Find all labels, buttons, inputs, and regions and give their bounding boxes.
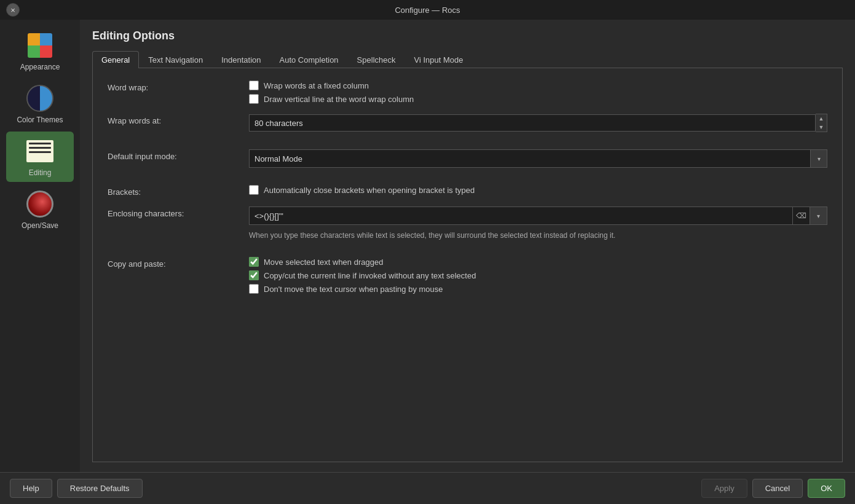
- default-input-controls: Normal Mode Vi Input Mode ▾: [249, 149, 827, 168]
- restore-defaults-button[interactable]: Restore Defaults: [57, 479, 143, 498]
- draw-vertical-checkbox-row[interactable]: Draw vertical line at the word wrap colu…: [249, 94, 827, 104]
- sidebar-item-appearance-label: Appearance: [20, 63, 60, 71]
- sidebar-item-editing-label: Editing: [29, 168, 52, 177]
- copy-paste-label: Copy and paste:: [108, 257, 237, 269]
- dont-move-cursor-row[interactable]: Don't move the text cursor when pasting …: [249, 284, 827, 294]
- titlebar: × Configure — Rocs: [0, 0, 855, 20]
- wrap-words-spinbox[interactable]: [249, 114, 816, 132]
- copy-paste-row: Copy and paste: Move selected text when …: [108, 257, 827, 294]
- close-icon: ×: [10, 6, 15, 15]
- tab-vi-input-mode[interactable]: Vi Input Mode: [404, 51, 472, 68]
- auto-close-brackets-row[interactable]: Automatically close brackets when openin…: [249, 185, 827, 195]
- content-panel: Editing Options General Text Navigation …: [80, 20, 855, 472]
- wrap-words-at-controls: ▲ ▼: [249, 114, 827, 132]
- bottom-bar: Help Restore Defaults Apply Cancel OK: [0, 472, 855, 504]
- sidebar-item-color-themes-label: Color Themes: [17, 116, 63, 124]
- enclosing-clear-button[interactable]: ⌫: [793, 207, 810, 225]
- sidebar-item-appearance[interactable]: Appearance: [6, 26, 74, 76]
- enclosing-input[interactable]: [249, 207, 793, 225]
- default-input-row: Default input mode: Normal Mode Vi Input…: [108, 149, 827, 168]
- window: × Configure — Rocs Appearance: [0, 0, 855, 504]
- default-input-select[interactable]: Normal Mode Vi Input Mode: [249, 149, 827, 168]
- default-input-select-container: Normal Mode Vi Input Mode ▾: [249, 149, 827, 168]
- window-title: Configure — Rocs: [395, 6, 460, 15]
- wrap-fixed-checkbox[interactable]: [249, 81, 259, 90]
- auto-close-brackets-checkbox[interactable]: [249, 185, 259, 195]
- enclosing-row: Enclosing characters: ⌫ ▾ When you type …: [108, 207, 827, 240]
- word-wrap-label: Word wrap:: [108, 81, 237, 92]
- draw-vertical-label: Draw vertical line at the word wrap colu…: [264, 95, 414, 104]
- color-themes-icon: [25, 84, 55, 113]
- move-selected-row[interactable]: Move selected text when dragged: [249, 257, 827, 267]
- appearance-icon: [25, 31, 55, 60]
- help-button[interactable]: Help: [10, 479, 52, 498]
- word-wrap-row: Word wrap: Wrap words at a fixed column …: [108, 81, 827, 104]
- enclosing-container: ⌫ ▾: [249, 207, 827, 225]
- tab-indentation[interactable]: Indentation: [212, 51, 270, 68]
- bottom-right-buttons: Apply Cancel OK: [701, 479, 845, 498]
- draw-vertical-checkbox[interactable]: [249, 94, 259, 104]
- brackets-row: Brackets: Automatically close brackets w…: [108, 185, 827, 197]
- tab-general[interactable]: General: [92, 51, 139, 68]
- copy-paste-controls: Move selected text when dragged Copy/cut…: [249, 257, 827, 294]
- move-selected-checkbox[interactable]: [249, 257, 259, 267]
- auto-close-brackets-label: Automatically close brackets when openin…: [264, 186, 475, 195]
- close-button[interactable]: ×: [6, 3, 20, 17]
- brackets-controls: Automatically close brackets when openin…: [249, 185, 827, 195]
- sidebar-item-open-save-label: Open/Save: [22, 221, 58, 230]
- open-save-icon: [25, 189, 55, 219]
- wrap-fixed-checkbox-row[interactable]: Wrap words at a fixed column: [249, 81, 827, 90]
- spinbox-up-button[interactable]: ▲: [816, 114, 827, 123]
- wrap-words-at-label: Wrap words at:: [108, 114, 237, 125]
- copy-cut-label: Copy/cut the current line if invoked wit…: [264, 271, 476, 280]
- main-content: Appearance Color Themes Editing: [0, 20, 855, 472]
- spinbox-down-button[interactable]: ▼: [816, 123, 827, 132]
- cancel-button[interactable]: Cancel: [752, 479, 803, 498]
- enclosing-help-text: When you type these characters while tex…: [249, 231, 827, 240]
- enclosing-controls: ⌫ ▾ When you type these characters while…: [249, 207, 827, 240]
- tab-auto-completion[interactable]: Auto Completion: [270, 51, 347, 68]
- apply-button[interactable]: Apply: [701, 479, 747, 498]
- word-wrap-controls: Wrap words at a fixed column Draw vertic…: [249, 81, 827, 104]
- sidebar-item-editing[interactable]: Editing: [6, 132, 74, 182]
- spinbox-buttons: ▲ ▼: [816, 114, 827, 132]
- dont-move-cursor-label: Don't move the text cursor when pasting …: [264, 285, 443, 294]
- copy-cut-row[interactable]: Copy/cut the current line if invoked wit…: [249, 270, 827, 280]
- ok-button[interactable]: OK: [808, 479, 845, 498]
- wrap-words-spinbox-container: ▲ ▼: [249, 114, 827, 132]
- editing-icon: [25, 136, 55, 166]
- sidebar: Appearance Color Themes Editing: [0, 20, 80, 472]
- wrap-fixed-label: Wrap words at a fixed column: [264, 81, 369, 90]
- tab-text-navigation[interactable]: Text Navigation: [139, 51, 212, 68]
- wrap-words-at-row: Wrap words at: ▲ ▼: [108, 114, 827, 132]
- copy-cut-checkbox[interactable]: [249, 270, 259, 280]
- tab-content-general: Word wrap: Wrap words at a fixed column …: [92, 68, 843, 462]
- sidebar-item-color-themes[interactable]: Color Themes: [6, 79, 74, 129]
- tab-bar: General Text Navigation Indentation Auto…: [92, 51, 843, 68]
- brackets-label: Brackets:: [108, 185, 237, 197]
- default-input-label: Default input mode:: [108, 149, 237, 161]
- dont-move-cursor-checkbox[interactable]: [249, 284, 259, 294]
- page-title: Editing Options: [92, 30, 843, 42]
- enclosing-dropdown-button[interactable]: ▾: [810, 207, 827, 225]
- tab-spellcheck[interactable]: Spellcheck: [348, 51, 405, 68]
- move-selected-label: Move selected text when dragged: [264, 258, 383, 267]
- bottom-left-buttons: Help Restore Defaults: [10, 479, 143, 498]
- enclosing-label: Enclosing characters:: [108, 207, 237, 218]
- sidebar-item-open-save[interactable]: Open/Save: [6, 184, 74, 235]
